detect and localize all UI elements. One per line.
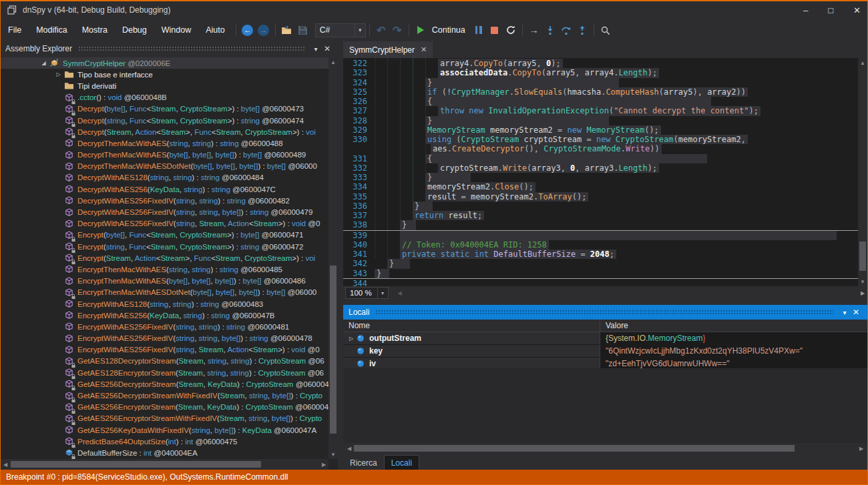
restart-button[interactable] — [503, 22, 519, 38]
code-line[interactable]: 322array4.CopyTo(array5, 0); — [343, 59, 858, 68]
tree-item[interactable]: EncryptThenMacWithAESDotNet(byte[], byte… — [1, 287, 329, 298]
tree-item[interactable]: GetAES256KeyDataWithFixedIV(string, byte… — [1, 424, 329, 436]
scroll-right-icon[interactable]: ▶ — [858, 288, 867, 298]
tree-item[interactable]: DecryptThenMacWithAES(string, string) : … — [1, 137, 329, 149]
scroll-left-icon[interactable]: ◀ — [345, 444, 354, 453]
scroll-up-icon[interactable]: ▲ — [858, 58, 867, 67]
code-line[interactable]: 338} — [343, 220, 858, 229]
code-line[interactable]: 327throw new InvalidOperationException("… — [343, 106, 858, 115]
show-next-statement-button[interactable]: → — [526, 22, 542, 38]
menu-item-debug[interactable]: Debug — [115, 23, 154, 37]
code-line[interactable]: 329MemoryStream memoryStream2 = new Memo… — [343, 125, 858, 135]
menu-item-aiuto[interactable]: Aiuto — [198, 23, 232, 37]
scrollbar-thumb[interactable] — [11, 461, 261, 468]
code-line[interactable]: 344 — [343, 279, 858, 286]
tree-item[interactable]: GetAES256DecryptorStreamWithFixedIV(Stre… — [1, 390, 329, 401]
tab-close-icon[interactable]: ✕ — [421, 45, 427, 54]
step-into-button[interactable] — [542, 22, 558, 38]
search-button[interactable] — [598, 22, 614, 38]
navigate-forward-button[interactable]: → — [256, 22, 272, 38]
code-line[interactable]: aes.CreateDecryptor(), CryptoStreamMode.… — [343, 144, 858, 153]
code-line[interactable]: 328} — [343, 116, 858, 125]
tree-item[interactable]: GetAES256EncryptorStreamWithFixedIV(Stre… — [1, 413, 329, 424]
panel-menu-caret-icon[interactable]: ▾ — [839, 309, 850, 316]
tree-item[interactable]: EncryptWithAES256FixedIV(string, Stream,… — [1, 344, 329, 356]
local-variable-value[interactable]: "6QintWzjcwIcLjjhMbg1zKxd0zt2qYH38PIU5zV… — [600, 345, 867, 357]
local-variable-row[interactable]: ▷outputStream{System.IO.MemoryStream} — [343, 332, 867, 345]
pause-button[interactable] — [471, 22, 487, 38]
tree-item[interactable]: DecryptWithAES256FixedIV(string, string)… — [1, 195, 329, 206]
scrollbar-thumb[interactable] — [330, 266, 337, 434]
step-over-button[interactable] — [558, 22, 574, 38]
menu-item-mostra[interactable]: Mostra — [75, 23, 115, 37]
scroll-right-icon[interactable]: ▶ — [319, 460, 329, 469]
tree-item[interactable]: Decrypt(byte[], Func<Stream, CryptoStrea… — [1, 103, 329, 115]
code-editor[interactable]: 322array4.CopyTo(array5, 0);323associate… — [343, 58, 858, 286]
code-line[interactable]: 323associatedData.CopyTo(array5, array4.… — [343, 68, 858, 77]
tree-item[interactable]: EncryptWithAES256FixedIV(string, string)… — [1, 321, 329, 332]
tree-item[interactable]: DecryptThenMacWithAESDotNet(byte[], byte… — [1, 161, 329, 172]
minimize-button[interactable]: – — [803, 5, 808, 15]
tree-item[interactable]: DecryptThenMacWithAES(byte[], byte[], by… — [1, 149, 329, 161]
code-line[interactable]: 343} — [343, 269, 858, 279]
code-line[interactable]: 334memoryStream2.Close(); — [343, 182, 858, 191]
tree-item[interactable]: GetAES128EncryptorStream(Stream, string,… — [1, 367, 329, 378]
code-line[interactable]: 333} — [343, 173, 858, 182]
locals-horizontal-scrollbar[interactable]: ◀ ▶ — [343, 443, 867, 454]
tree-item[interactable]: EncryptThenMacWithAES(byte[], byte[], by… — [1, 276, 329, 287]
expander-closed-icon[interactable]: ▷ — [347, 336, 356, 342]
panel-close-icon[interactable]: ✕ — [321, 44, 333, 53]
tree-item[interactable]: GetAES128DecryptorStream(Stream, string,… — [1, 356, 329, 367]
document-tab-symmcrypthelper[interactable]: SymmCryptHelper ✕ — [343, 41, 433, 58]
continue-label[interactable]: Continua — [432, 25, 465, 35]
local-variable-row[interactable]: key"6QintWzjcwIcLjjhMbg1zKxd0zt2qYH38PIU… — [343, 345, 867, 358]
tree-item[interactable]: Encrypt(byte[], Func<Stream, CryptoStrea… — [1, 229, 329, 241]
panel-menu-caret-icon[interactable]: ▾ — [310, 45, 321, 53]
scrollbar-thumb[interactable] — [859, 241, 866, 271]
menu-item-modifica[interactable]: Modifica — [29, 23, 75, 37]
stop-button[interactable] — [487, 22, 503, 38]
locals-panel-header[interactable]: Locali ▾ ✕ — [343, 305, 867, 320]
local-variable-value[interactable]: {System.IO.MemoryStream} — [600, 332, 867, 344]
save-button[interactable] — [295, 22, 311, 38]
tree-item[interactable]: DecryptWithAES256(KeyData, string) : str… — [1, 183, 329, 195]
tree-item[interactable]: DecryptWithAES128(string, string) : stri… — [1, 172, 329, 183]
continue-button[interactable] — [413, 22, 429, 38]
tool-window-tab-locali[interactable]: Locali — [384, 455, 419, 471]
tree-item[interactable]: Decrypt(string, Func<Stream, CryptoStrea… — [1, 115, 329, 126]
tree-item[interactable]: EncryptWithAES128(string, string) : stri… — [1, 298, 329, 310]
navigate-back-button[interactable]: ← — [240, 22, 256, 38]
code-line[interactable]: 324} — [343, 78, 858, 87]
step-out-button[interactable] — [574, 22, 590, 38]
tree-item[interactable]: DecryptWithAES256FixedIV(string, Stream,… — [1, 218, 329, 229]
panel-splitter[interactable] — [338, 40, 343, 470]
code-line[interactable]: 330using (CryptoStream cryptoStream = ne… — [343, 135, 858, 144]
code-line[interactable]: 337return result; — [343, 211, 858, 220]
language-selector[interactable]: C# ▾ — [315, 23, 366, 37]
tree-item[interactable]: .cctor() : void @0600048B — [1, 92, 329, 103]
tree-item[interactable]: EncryptWithAES256(KeyData, string) : str… — [1, 310, 329, 321]
tree-item[interactable]: Tipi derivati — [1, 80, 329, 91]
tree-item[interactable]: Encrypt(string, Func<Stream, CryptoStrea… — [1, 241, 329, 252]
code-line[interactable]: 340// Token: 0x040004EA RID: 1258 — [343, 240, 858, 250]
panel-close-icon[interactable]: ✕ — [850, 308, 862, 317]
menu-item-file[interactable]: File — [1, 23, 29, 37]
tree-item[interactable]: ◢SymmCryptHelper @0200006E — [1, 57, 329, 69]
scroll-down-icon[interactable]: ▼ — [329, 450, 338, 459]
tree-item[interactable]: GetAES256EncryptorStream(Stream, KeyData… — [1, 402, 329, 413]
maximize-button[interactable]: □ — [828, 5, 833, 15]
redo-button[interactable]: ↷ — [389, 22, 405, 38]
code-line[interactable]: 341private static int DefaultBufferSize … — [343, 250, 858, 259]
tree-item[interactable]: GetAES256DecryptorStream(Stream, KeyData… — [1, 378, 329, 390]
code-line[interactable]: 326{ — [343, 97, 858, 106]
expander-open-icon[interactable]: ◢ — [38, 60, 49, 66]
tree-item[interactable]: DecryptWithAES256FixedIV(string, string,… — [1, 206, 329, 217]
tree-item[interactable]: EncryptThenMacWithAES(string, string) : … — [1, 264, 329, 275]
scroll-left-icon[interactable]: ◀ — [1, 460, 10, 469]
tree-vertical-scrollbar[interactable]: ▲ ▼ — [329, 57, 338, 459]
scroll-left-icon[interactable]: ◀ — [395, 288, 405, 298]
column-header-nome[interactable]: Nome — [343, 320, 600, 332]
scroll-up-icon[interactable]: ▲ — [329, 57, 338, 67]
scroll-right-icon[interactable]: ▶ — [857, 444, 866, 453]
code-line[interactable]: 335result = memoryStream2.ToArray(); — [343, 192, 858, 201]
